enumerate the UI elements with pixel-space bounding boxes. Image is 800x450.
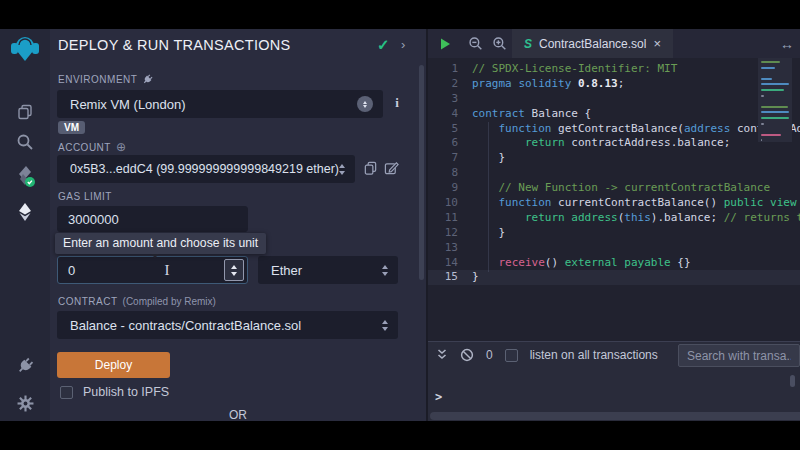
line-number: 14 [428,256,472,271]
resize-horizontal-icon[interactable]: ↔ [780,29,794,58]
search-icon[interactable] [0,127,50,157]
deploy-run-panel: DEPLOY & RUN TRANSACTIONS ✓ › ENVIRONMEN… [50,29,426,421]
line-source: receive() external payable {} [472,256,691,271]
code-editor[interactable]: 1// SPDX-License-Identifier: MIT2pragma … [428,58,800,341]
copy-account-icon[interactable] [363,160,378,176]
terminal-toolbar: 0 listen on all transactions [428,342,800,368]
minimap-line [761,78,772,80]
clear-console-icon[interactable] [460,348,474,362]
value-input-wrap: I [57,256,248,284]
unit-select-arrows-icon [382,265,388,276]
line-number: 3 [428,92,472,107]
contract-label: CONTRACT (Compiled by Remix) [58,296,216,307]
code-line[interactable]: 1// SPDX-License-Identifier: MIT [428,62,800,77]
line-number: 8 [428,166,472,181]
line-source: function getContractBalance(address cont… [472,122,800,137]
zoom-in-icon[interactable] [488,29,510,58]
line-number: 6 [428,136,472,151]
account-select-arrows-icon [339,164,345,175]
minimap-line [761,67,775,69]
minimap-line [761,123,764,125]
code-line[interactable]: 5 function getContractBalance(address co… [428,122,800,137]
contract-select-arrows-icon [382,320,388,331]
gas-limit-label: GAS LIMIT [58,191,112,202]
panel-scrollbar[interactable] [419,65,424,280]
code-line[interactable]: 4contract Balance { [428,107,800,122]
code-line[interactable]: 15} [428,270,800,285]
value-unit-select[interactable]: Ether [258,256,398,284]
line-source: } [472,151,505,166]
environment-select[interactable]: Remix VM (London) [57,90,383,118]
remix-logo-icon[interactable] [0,32,50,66]
minimap-line [761,106,788,108]
code-line[interactable]: 9 // New Function -> currentContractBala… [428,181,800,196]
code-line[interactable]: 11 return address(this).balance; // retu… [428,211,800,226]
listen-transactions-checkbox[interactable] [505,349,518,362]
activity-bar [0,29,50,421]
add-account-icon[interactable]: ⊕ [116,140,127,154]
line-number: 5 [428,122,472,137]
minimap-line [761,111,789,113]
compile-success-check-icon: ✓ [377,36,390,54]
account-select[interactable]: 0x5B3...eddC4 (99.999999999999849219 eth… [57,155,355,183]
code-line[interactable]: 7 } [428,151,800,166]
code-line[interactable]: 12 } [428,226,800,241]
line-number: 2 [428,77,472,92]
publish-ipfs-label: Publish to IPFS [83,385,169,399]
run-script-play-icon[interactable] [434,29,456,58]
zoom-out-icon[interactable] [464,29,486,58]
account-label: ACCOUNT ⊕ [58,140,127,154]
editor-column: S ContractBalance.sol × ↔ 1// SPDX-Licen… [428,29,800,421]
environment-select-arrows-icon[interactable] [357,96,373,112]
line-number: 13 [428,241,472,256]
minimap-line [761,134,781,136]
edit-account-icon[interactable] [384,160,399,176]
line-number: 1 [428,62,472,77]
publish-ipfs-checkbox[interactable] [60,386,73,399]
terminal-prompt[interactable]: > [435,390,442,404]
tab-contractbalance-sol[interactable]: S ContractBalance.sol × [512,29,673,58]
editor-tabbar: S ContractBalance.sol × ↔ [428,29,800,58]
line-source: contract Balance { [472,107,591,122]
environment-info-icon[interactable]: i [390,95,404,111]
contract-select[interactable]: Balance - contracts/ContractBalance.sol [57,311,398,339]
line-number: 9 [428,181,472,196]
remix-ide-window: DEPLOY & RUN TRANSACTIONS ✓ › ENVIRONMEN… [0,0,800,450]
deploy-button[interactable]: Deploy [57,352,170,378]
deploy-run-icon[interactable] [0,197,50,227]
minimap-line [761,89,784,91]
contract-sublabel: (Compiled by Remix) [123,296,216,307]
plugin-manager-icon[interactable] [0,351,50,381]
value-spinner[interactable] [224,259,244,281]
tab-close-icon[interactable]: × [653,36,661,51]
code-line[interactable]: 3 [428,92,800,107]
line-source: } [472,270,479,285]
terminal-hscrollbar[interactable] [430,412,800,420]
terminal-panel: 0 listen on all transactions > [428,341,800,421]
settings-gear-icon[interactable] [0,388,50,418]
gas-limit-input[interactable] [57,206,248,232]
solidity-compiler-icon[interactable] [0,161,50,191]
line-source: pragma solidity 0.8.13; [472,77,624,92]
line-number: 10 [428,196,472,211]
code-line[interactable]: 8 [428,166,800,181]
transaction-search-input[interactable] [678,344,800,367]
code-line[interactable]: 6 return contractAddress.balance; [428,136,800,151]
code-line[interactable]: 14 receive() external payable {} [428,256,800,271]
value-amount-input[interactable] [58,257,247,283]
environment-plug-icon [142,74,153,85]
line-source: // SPDX-License-Identifier: MIT [472,62,677,77]
editor-minimap[interactable] [758,58,792,142]
minimap-line [761,95,764,97]
terminal-scrollbar[interactable] [790,375,795,387]
terminal-collapse-icon[interactable] [436,348,448,362]
panel-collapse-chevron-icon[interactable]: › [401,37,405,52]
line-source: function currentContractBalance() public… [472,196,800,211]
line-number: 7 [428,151,472,166]
code-line[interactable]: 10 function currentContractBalance() pub… [428,196,800,211]
code-line[interactable]: 13 [428,241,800,256]
code-line[interactable]: 2pragma solidity 0.8.13; [428,77,800,92]
line-source: } [472,226,505,241]
line-source: return address(this).balance; // returns… [472,211,800,226]
file-explorer-icon[interactable] [0,97,50,127]
